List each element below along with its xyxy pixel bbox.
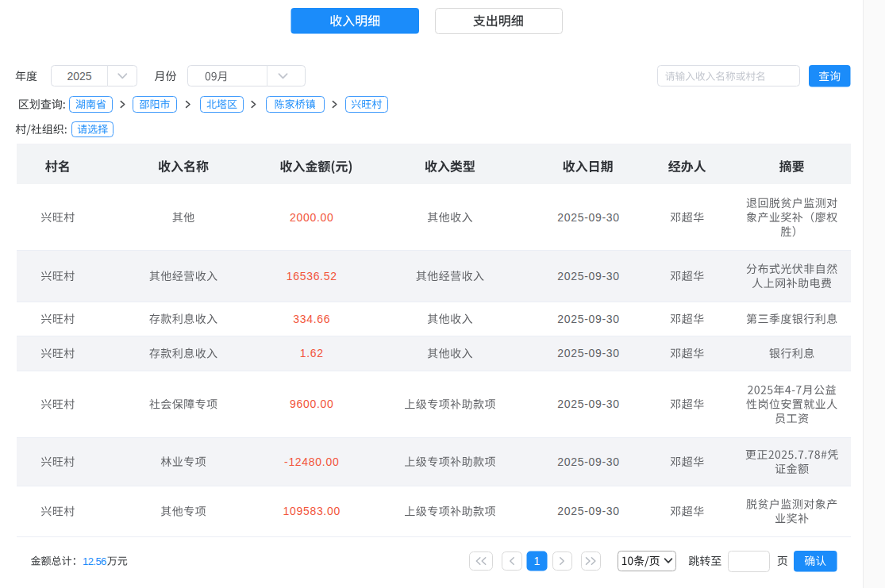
svg-text:-12480.00: -12480.00 [284, 455, 339, 468]
svg-text:2025-09-30: 2025-09-30 [557, 505, 620, 517]
svg-text:2025: 2025 [67, 70, 91, 83]
svg-text:9600.00: 9600.00 [290, 398, 334, 410]
svg-text:1.62: 1.62 [300, 347, 324, 359]
svg-text:2025-09-30: 2025-09-30 [557, 313, 620, 325]
svg-text:2025-09-30: 2025-09-30 [557, 455, 620, 468]
svg-text:334.66: 334.66 [293, 313, 330, 325]
svg-text:2025-09-30: 2025-09-30 [557, 347, 620, 359]
svg-text:2025-09-30: 2025-09-30 [557, 398, 620, 410]
svg-text:2000.00: 2000.00 [290, 211, 334, 224]
svg-text:2025-09-30: 2025-09-30 [557, 270, 620, 282]
svg-text:2025-09-30: 2025-09-30 [557, 211, 620, 224]
svg-text:109583.00: 109583.00 [283, 505, 340, 517]
svg-text:16536.52: 16536.52 [287, 270, 337, 282]
svg-text:12.56: 12.56 [83, 555, 106, 567]
svg-text:1: 1 [534, 555, 541, 567]
